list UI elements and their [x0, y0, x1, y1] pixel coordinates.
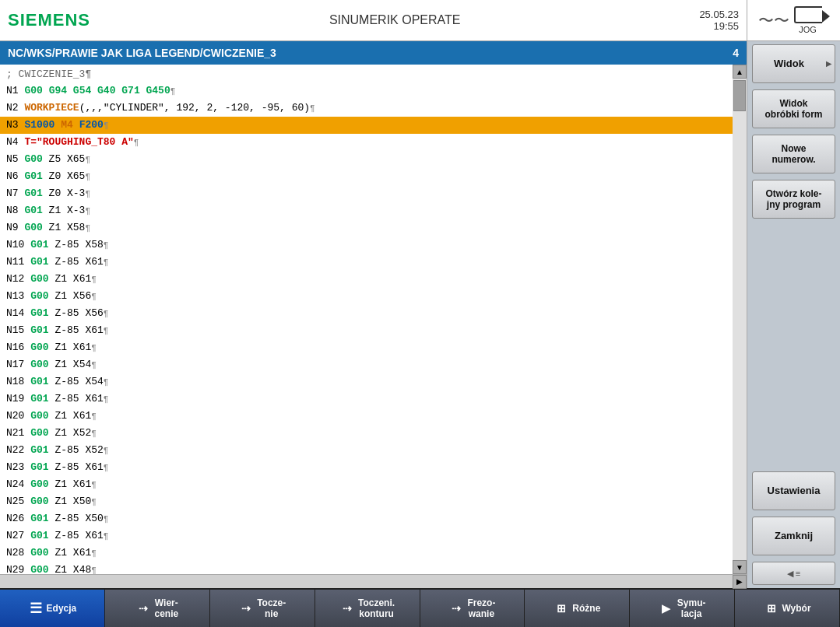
code-line-7[interactable]: N6 G01 Z0 X65¶ — [0, 168, 733, 185]
wiercenie-icon: ⇢ — [135, 602, 151, 615]
scroll-up-btn[interactable]: ▲ — [733, 65, 747, 79]
app-title: SINUMERIK OPERATE — [90, 13, 699, 27]
frezowanie-label: Frezo-wanie — [467, 597, 495, 620]
rozne-icon: ⊞ — [554, 602, 569, 615]
editor-area: NC/WKS/PRAWIE JAK LIGA LEGEND/CWICZENIE_… — [0, 41, 747, 588]
code-line-10[interactable]: N9 G00 Z1 X58¶ — [0, 219, 733, 236]
code-line-20[interactable]: N19 G01 Z-85 X61¶ — [0, 391, 733, 408]
code-line-22[interactable]: N21 G00 Z1 X52¶ — [0, 425, 733, 442]
editor-title: NC/WKS/PRAWIE JAK LIGA LEGEND/CWICZENIE_… — [8, 47, 276, 59]
code-line-17[interactable]: N16 G00 Z1 X61¶ — [0, 339, 733, 356]
edycja-icon: ☰ — [28, 600, 44, 617]
jog-wave-icon: 〜〜 — [758, 10, 789, 31]
code-line-6[interactable]: N5 G00 Z5 X65¶ — [0, 151, 733, 168]
rozne-label: Różne — [572, 603, 600, 614]
toczenie-konturu-icon: ⇢ — [339, 602, 355, 615]
header: SIEMENS SINUMERIK OPERATE 25.05.23 19:55… — [0, 0, 840, 41]
code-line-21[interactable]: N20 G00 Z1 X61¶ — [0, 408, 733, 425]
code-line-1[interactable]: ; CWICZENIE_3¶ — [0, 66, 733, 82]
toolbar-btn-edycja[interactable]: ☰ Edycja — [0, 590, 105, 627]
edycja-label: Edycja — [47, 603, 77, 614]
toolbar: ☰ Edycja ⇢ Wier-cenie ⇢ Tocze-nie ⇢ Tocz… — [0, 588, 840, 627]
jog-area: 〜〜 JOG — [747, 0, 832, 41]
wybor-icon: ⊞ — [764, 602, 779, 615]
sidebar-spacer — [747, 222, 840, 468]
sidebar-btn-otworz-kolejny[interactable]: Otwórz kole-jny program — [752, 180, 835, 219]
code-line-3[interactable]: N2 WORKPIECE(,,,"CYLINDER", 192, 2, -120… — [0, 100, 733, 117]
scroll-down-btn[interactable]: ▼ — [733, 560, 747, 574]
code-line-5[interactable]: N4 T="ROUGHING_T80 A"¶ — [0, 134, 733, 151]
main: NC/WKS/PRAWIE JAK LIGA LEGEND/CWICZENIE_… — [0, 41, 840, 588]
symulacja-icon: ▶ — [659, 602, 674, 615]
toczenie-icon: ⇢ — [238, 602, 254, 615]
hscroll-right-btn[interactable]: ▶ — [733, 575, 747, 589]
code-line-9[interactable]: N8 G01 Z1 X-3¶ — [0, 202, 733, 219]
jog-label: JOG — [799, 25, 817, 34]
toolbar-btn-wybor[interactable]: ⊞ Wybór — [735, 590, 840, 627]
sidebar-btn-zamknij[interactable]: Zamknij — [752, 517, 835, 555]
toolbar-btn-wiercenie[interactable]: ⇢ Wier-cenie — [105, 590, 210, 627]
code-line-19[interactable]: N18 G01 Z-85 X54¶ — [0, 373, 733, 391]
code-line-24[interactable]: N23 G01 Z-85 X61¶ — [0, 459, 733, 476]
code-line-15[interactable]: N14 G01 Z-85 X56¶ — [0, 305, 733, 322]
sidebar-btn-nowe-numerow[interactable]: Nowenumerow. — [752, 135, 835, 173]
code-line-13[interactable]: N12 G00 Z1 X61¶ — [0, 271, 733, 288]
toolbar-btn-toczenie[interactable]: ⇢ Tocze-nie — [210, 590, 315, 627]
code-line-2[interactable]: N1 G00 G94 G54 G40 G71 G450¶ — [0, 82, 733, 100]
frezowanie-icon: ⇢ — [448, 602, 464, 615]
mode-icon — [794, 6, 822, 23]
code-line-27[interactable]: N26 G01 Z-85 X50¶ — [0, 510, 733, 527]
code-line-28[interactable]: N27 G01 Z-85 X61¶ — [0, 527, 733, 545]
scrollbar-area: ▲ ▼ — [733, 65, 747, 574]
symulacja-label: Symu-lacja — [677, 597, 706, 620]
sidebar-btn-ustawienia[interactable]: Ustawienia — [752, 471, 835, 510]
code-lines[interactable]: ; CWICZENIE_3¶N1 G00 G94 G54 G40 G71 G45… — [0, 65, 733, 574]
editor-titlebar: NC/WKS/PRAWIE JAK LIGA LEGEND/CWICZENIE_… — [0, 41, 747, 65]
code-line-8[interactable]: N7 G01 Z0 X-3¶ — [0, 185, 733, 202]
hscroll: ▶ — [0, 574, 747, 588]
wiercenie-label: Wier-cenie — [154, 597, 178, 620]
sidebar-btn-widok-obrobki[interactable]: Widokobróbki form — [752, 89, 835, 128]
sidebar-btn-widok[interactable]: Widok — [752, 44, 835, 83]
toolbar-btn-frezowanie[interactable]: ⇢ Frezo-wanie — [420, 590, 525, 627]
wybor-label: Wybór — [782, 603, 811, 614]
code-line-30[interactable]: N29 G00 Z1 X48¶ — [0, 562, 733, 574]
toolbar-btn-toczenie-konturu[interactable]: ⇢ Toczeni.konturu — [315, 590, 420, 627]
sidebar-small-btn[interactable]: ◀ ≡ — [752, 562, 835, 585]
code-line-4[interactable]: N3 S1000 M4 F200¶ — [0, 117, 733, 134]
code-line-23[interactable]: N22 G01 Z-85 X52¶ — [0, 442, 733, 459]
toczenie-konturu-label: Toczeni.konturu — [358, 597, 395, 620]
editor-number: 4 — [733, 47, 739, 59]
code-line-18[interactable]: N17 G00 Z1 X54¶ — [0, 356, 733, 373]
code-line-11[interactable]: N10 G01 Z-85 X58¶ — [0, 236, 733, 254]
editor-content: ; CWICZENIE_3¶N1 G00 G94 G54 G40 G71 G45… — [0, 65, 747, 574]
toczenie-label: Tocze-nie — [257, 597, 286, 620]
code-line-12[interactable]: N11 G01 Z-85 X61¶ — [0, 254, 733, 271]
code-line-25[interactable]: N24 G00 Z1 X61¶ — [0, 476, 733, 493]
toolbar-btn-rozne[interactable]: ⊞ Różne — [525, 590, 630, 627]
datetime: 25.05.23 19:55 — [699, 9, 739, 32]
sidebar: Widok Widokobróbki form Nowenumerow. Otw… — [747, 41, 840, 588]
scroll-track — [733, 79, 747, 560]
code-line-26[interactable]: N25 G00 Z1 X50¶ — [0, 493, 733, 510]
siemens-logo: SIEMENS — [8, 10, 90, 30]
code-line-16[interactable]: N15 G01 Z-85 X61¶ — [0, 322, 733, 339]
toolbar-btn-symulacja[interactable]: ▶ Symu-lacja — [630, 590, 735, 627]
code-line-14[interactable]: N13 G00 Z1 X56¶ — [0, 288, 733, 305]
scroll-thumb[interactable] — [733, 80, 746, 111]
code-line-29[interactable]: N28 G00 Z1 X61¶ — [0, 545, 733, 562]
